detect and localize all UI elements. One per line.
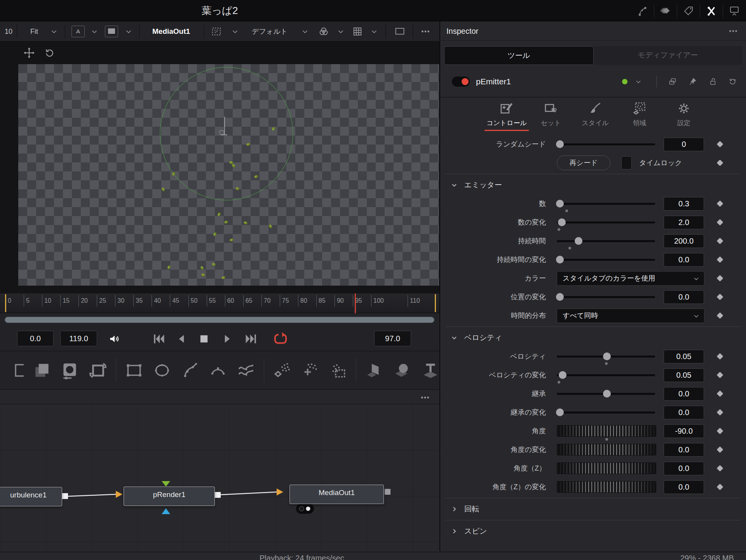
color-controls-icon[interactable] bbox=[318, 26, 329, 37]
keyframe-diamond[interactable] bbox=[717, 372, 723, 379]
tab-modifiers[interactable]: モディファイアー bbox=[594, 46, 743, 65]
channel-button[interactable]: A bbox=[71, 26, 85, 37]
tool-polygon-icon[interactable] bbox=[180, 359, 200, 381]
stop-button[interactable] bbox=[197, 332, 211, 345]
keyframe-diamond[interactable] bbox=[717, 465, 723, 472]
chevron-down-icon[interactable] bbox=[124, 26, 134, 37]
tool-bspline-icon[interactable] bbox=[208, 359, 228, 381]
range-in-field[interactable]: 0.0 bbox=[17, 331, 54, 346]
slider-track[interactable] bbox=[557, 240, 655, 242]
frame-viewer-icon[interactable] bbox=[393, 26, 406, 37]
control-tab-スタイル[interactable]: スタイル bbox=[573, 98, 617, 131]
chevron-down-icon[interactable] bbox=[300, 26, 310, 37]
value-field[interactable]: 0.0 bbox=[664, 406, 704, 419]
value-field[interactable]: 0.05 bbox=[664, 350, 704, 363]
section-header-エミッター[interactable]: エミッター bbox=[440, 176, 746, 194]
fit-dropdown[interactable]: Fit bbox=[30, 21, 38, 42]
slider-handle[interactable] bbox=[559, 371, 566, 379]
section-header-回転[interactable]: 回転 bbox=[440, 500, 746, 518]
roi-icon[interactable] bbox=[211, 26, 222, 37]
go-to-start-button[interactable] bbox=[151, 332, 167, 345]
value-field[interactable]: 0.0 bbox=[664, 253, 704, 267]
node-mediaout[interactable]: MediaOut1 bbox=[289, 485, 384, 504]
copy-settings-icon[interactable] bbox=[668, 77, 677, 86]
customize-toolbar-icon[interactable] bbox=[703, 3, 720, 19]
dropdown-カラー[interactable]: スタイルタブのカラーを使用 bbox=[557, 271, 704, 286]
reset-defaults-icon[interactable] bbox=[728, 77, 737, 86]
keyframe-diamond[interactable] bbox=[717, 409, 723, 416]
value-field[interactable]: 0 bbox=[664, 138, 704, 151]
chevron-down-icon[interactable] bbox=[369, 26, 379, 37]
viewer-options-icon[interactable] bbox=[420, 26, 431, 37]
viewer-canvas[interactable] bbox=[0, 42, 439, 293]
keyframe-diamond[interactable] bbox=[717, 275, 723, 282]
slider-track[interactable] bbox=[557, 412, 655, 413]
tool-splinewarp-icon[interactable] bbox=[236, 359, 256, 381]
guides-grid-icon[interactable] bbox=[352, 26, 363, 37]
inspector-options-icon[interactable] bbox=[728, 26, 738, 36]
slider-track[interactable] bbox=[557, 259, 655, 261]
keyframe-diamond[interactable] bbox=[717, 353, 723, 360]
slider-handle[interactable] bbox=[556, 293, 564, 301]
control-tab-セット[interactable]: セット bbox=[529, 98, 573, 131]
slider-handle[interactable] bbox=[556, 256, 564, 263]
tool-ellipsemask-icon[interactable] bbox=[152, 359, 172, 381]
keyframe-diamond[interactable] bbox=[717, 238, 723, 244]
keyframe-diamond[interactable] bbox=[717, 428, 723, 434]
audio-mute-icon[interactable] bbox=[108, 332, 121, 345]
pin-icon[interactable] bbox=[688, 77, 697, 86]
value-field[interactable]: 200.0 bbox=[664, 234, 704, 248]
tool-text3d-icon[interactable] bbox=[420, 359, 439, 381]
control-tab-領域[interactable]: 領域 bbox=[617, 98, 662, 131]
value-field[interactable]: 0.3 bbox=[664, 197, 704, 211]
dropdown-時間的分布[interactable]: すべて同時 bbox=[557, 309, 704, 323]
spline-tool-icon[interactable] bbox=[634, 3, 651, 19]
slider-track[interactable] bbox=[557, 222, 655, 223]
tool-cc-icon[interactable] bbox=[60, 359, 80, 381]
value-field[interactable]: -90.0 bbox=[664, 424, 704, 438]
slider-track[interactable] bbox=[557, 143, 655, 145]
timeline-ruler[interactable]: 0510152025303540455055606570758085909510… bbox=[0, 293, 439, 313]
chevron-down-icon[interactable] bbox=[336, 26, 346, 37]
playhead[interactable] bbox=[355, 293, 356, 313]
slider-track[interactable] bbox=[557, 296, 655, 298]
viewer-layout-button[interactable] bbox=[105, 26, 118, 37]
keyframe-diamond[interactable] bbox=[717, 312, 723, 319]
render-range-start[interactable] bbox=[5, 294, 6, 312]
scrollbar-thumb[interactable] bbox=[5, 317, 434, 323]
chevron-down-icon[interactable] bbox=[89, 26, 99, 37]
tool-emitter-icon[interactable] bbox=[272, 359, 292, 381]
lut-dropdown[interactable]: デフォルト bbox=[252, 21, 288, 42]
slider-handle[interactable] bbox=[556, 408, 564, 416]
node-enable-toggle[interactable] bbox=[452, 77, 470, 87]
slider-handle[interactable] bbox=[556, 200, 564, 208]
section-header-スピン[interactable]: スピン bbox=[440, 522, 746, 541]
tag-icon[interactable] bbox=[680, 3, 697, 19]
slider-track[interactable] bbox=[557, 374, 655, 376]
tool-p3d-icon[interactable] bbox=[300, 359, 320, 381]
tool-rectmask-icon[interactable] bbox=[124, 359, 144, 381]
keyframe-diamond[interactable] bbox=[717, 447, 723, 453]
control-tab-設定[interactable]: 設定 bbox=[662, 98, 706, 131]
tool-xf-icon[interactable] bbox=[88, 359, 108, 381]
node-editor-options-icon[interactable] bbox=[420, 393, 430, 403]
keyframe-diamond[interactable] bbox=[717, 294, 723, 300]
thumbwheel[interactable] bbox=[557, 481, 656, 493]
thumbwheel[interactable] bbox=[557, 462, 656, 474]
value-field[interactable]: 2.0 bbox=[664, 216, 704, 229]
loop-button[interactable] bbox=[272, 331, 289, 347]
value-field[interactable]: 0.0 bbox=[664, 443, 704, 457]
node-editor[interactable]: urbulence1 pRender1 MediaOut1 bbox=[0, 404, 439, 552]
tool-prender-icon[interactable] bbox=[328, 359, 348, 381]
go-to-end-button[interactable] bbox=[243, 332, 259, 345]
reseed-button[interactable]: 再シード bbox=[557, 155, 610, 170]
slider-handle[interactable] bbox=[603, 352, 611, 360]
current-frame-field[interactable]: 97.0 bbox=[374, 331, 411, 346]
tool-clip-icon[interactable] bbox=[4, 359, 24, 381]
zoom-level-clipped[interactable]: 10 bbox=[5, 21, 12, 42]
section-header-ベロシティ[interactable]: ベロシティ bbox=[440, 328, 746, 347]
slider-handle[interactable] bbox=[575, 237, 582, 245]
slider-handle[interactable] bbox=[603, 390, 611, 398]
thumbwheel[interactable] bbox=[557, 444, 656, 455]
viewed-node-label[interactable]: MediaOut1 bbox=[152, 21, 190, 42]
